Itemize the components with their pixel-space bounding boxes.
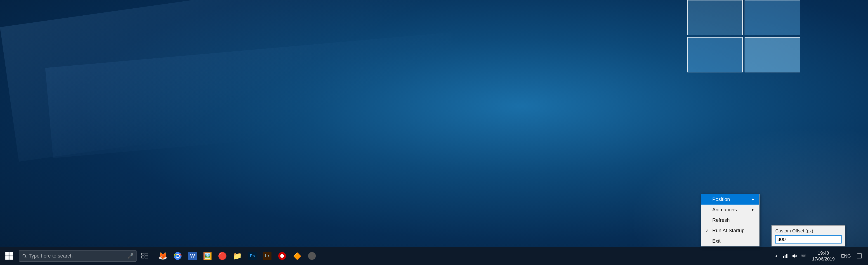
svg-point-14 xyxy=(280,254,284,258)
windows-logo-desktop xyxy=(687,0,800,72)
svg-rect-20 xyxy=(857,254,862,258)
app5-icon: 🔴 xyxy=(218,252,227,260)
svg-rect-1 xyxy=(9,252,13,256)
clock-date: 17/06/2019 xyxy=(812,256,835,262)
photoshop-icon: Ps xyxy=(248,252,256,260)
taskbar-icon-photoshop[interactable]: Ps xyxy=(246,247,259,265)
custom-offset-box: Custom Offset (px) xyxy=(772,226,845,246)
tray-icons: ▲ ⌨ xyxy=(772,252,808,260)
taskbar-icon-firefox[interactable]: 🦊 xyxy=(156,247,169,265)
taskbar-icon-vlc[interactable]: 🔶 xyxy=(290,247,304,265)
taskbar-icon-app5[interactable]: 🔴 xyxy=(216,247,229,265)
explorer-icon: 📁 xyxy=(233,252,242,260)
custom-offset-input[interactable] xyxy=(775,235,842,243)
svg-line-5 xyxy=(25,257,26,258)
taskbar-icon-photos[interactable]: 🖼️ xyxy=(201,247,214,265)
svg-rect-18 xyxy=(787,254,788,258)
lightroom-icon: Lr xyxy=(263,252,272,260)
svg-rect-16 xyxy=(784,255,785,258)
context-menu-item-run-at-startup[interactable]: ✓ Run At Startup xyxy=(701,226,759,236)
tray-volume-icon[interactable] xyxy=(790,252,799,260)
win-pane-tr xyxy=(745,0,800,35)
win-pane-bl xyxy=(687,37,743,72)
run-at-startup-label: Run At Startup xyxy=(712,228,745,234)
svg-point-12 xyxy=(176,255,179,257)
generic-icon xyxy=(308,252,316,260)
search-bar[interactable]: 🎤 xyxy=(19,250,136,262)
tray-keyboard-icon[interactable]: ⌨ xyxy=(800,252,808,260)
taskbar-icon-chrome[interactable] xyxy=(171,247,184,265)
win-pane-br xyxy=(745,37,800,72)
taskbar-icon-record[interactable] xyxy=(275,247,289,265)
svg-point-4 xyxy=(23,254,26,257)
refresh-label: Refresh xyxy=(712,217,730,223)
animations-label: Animations xyxy=(712,207,737,213)
tray-chevron-icon[interactable]: ▲ xyxy=(772,252,780,260)
check-run-startup: ✓ xyxy=(706,228,710,233)
taskbar: 🎤 🦊 xyxy=(0,247,868,265)
context-menu: Position ► Animations ► Refresh ✓ Run At… xyxy=(701,194,760,246)
exit-label: Exit xyxy=(712,238,721,244)
svg-rect-8 xyxy=(142,256,144,258)
svg-rect-0 xyxy=(5,252,9,256)
svg-rect-9 xyxy=(145,256,148,258)
microphone-icon: 🎤 xyxy=(127,253,133,259)
context-menu-item-animations[interactable]: Animations ► xyxy=(701,205,759,215)
vlc-icon: 🔶 xyxy=(293,252,301,260)
taskbar-icon-explorer[interactable]: 📁 xyxy=(230,247,244,265)
svg-rect-17 xyxy=(786,254,787,258)
windows-start-icon xyxy=(5,252,13,260)
context-menu-item-position[interactable]: Position ► xyxy=(701,194,759,205)
check-position xyxy=(706,197,710,202)
notification-button[interactable] xyxy=(855,247,864,265)
search-icon xyxy=(22,254,27,259)
svg-rect-2 xyxy=(5,256,9,260)
task-view-button[interactable] xyxy=(138,247,151,265)
win-pane-tl xyxy=(687,0,743,35)
svg-rect-3 xyxy=(9,256,13,260)
photos-icon: 🖼️ xyxy=(203,252,212,260)
start-button[interactable] xyxy=(0,247,18,265)
task-view-icon xyxy=(141,253,148,259)
taskbar-icons: 🦊 W xyxy=(156,247,319,265)
svg-rect-7 xyxy=(145,253,148,255)
arrow-animations: ► xyxy=(751,208,755,212)
firefox-icon: 🦊 xyxy=(158,252,167,260)
word-icon: W xyxy=(188,252,197,260)
clock-time: 19:48 xyxy=(818,250,829,256)
system-tray: ▲ ⌨ xyxy=(772,247,868,265)
desktop: Position ► Animations ► Refresh ✓ Run At… xyxy=(0,0,868,265)
arrow-position: ► xyxy=(751,197,755,201)
notification-icon xyxy=(857,253,862,259)
taskbar-icon-generic[interactable] xyxy=(305,247,319,265)
svg-rect-6 xyxy=(142,253,144,255)
taskbar-icon-word[interactable]: W xyxy=(186,247,199,265)
position-label: Position xyxy=(712,197,730,202)
svg-marker-19 xyxy=(793,254,795,258)
tray-network-icon[interactable] xyxy=(781,252,789,260)
chrome-icon xyxy=(174,252,182,260)
language-indicator[interactable]: ENG xyxy=(839,254,852,259)
search-input[interactable] xyxy=(29,253,126,259)
context-menu-item-exit[interactable]: Exit xyxy=(701,236,759,246)
svg-rect-15 xyxy=(783,256,784,258)
custom-offset-label: Custom Offset (px) xyxy=(775,228,842,234)
clock-area[interactable]: 19:48 17/06/2019 xyxy=(809,250,837,262)
taskbar-icon-lightroom[interactable]: Lr xyxy=(260,247,274,265)
record-icon xyxy=(278,252,286,260)
context-menu-item-refresh[interactable]: Refresh xyxy=(701,215,759,226)
